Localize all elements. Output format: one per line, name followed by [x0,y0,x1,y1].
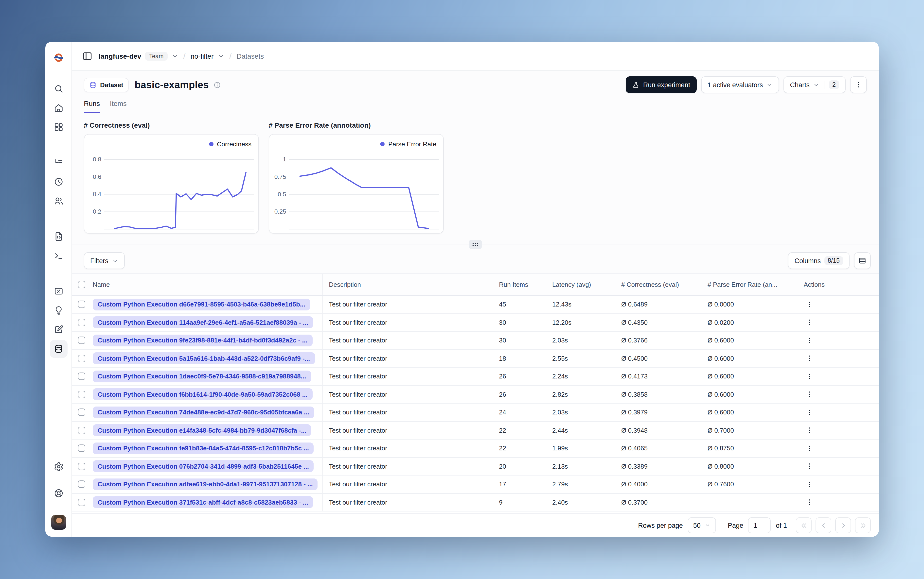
table-row: Custom Python Execution fe91b83e-04a5-47… [72,440,879,458]
next-page-button[interactable] [835,517,851,533]
tab-runs[interactable]: Runs [84,100,100,113]
table-row: Custom Python Execution 114aa9ef-29e6-4e… [72,314,879,332]
run-items-value: 20 [499,463,552,470]
run-name-link[interactable]: Custom Python Execution 076b2704-341d-48… [93,461,314,472]
sidebar-item-home[interactable] [49,99,67,117]
evaluators-button[interactable]: 1 active evaluators [701,76,779,93]
svg-text:0.4: 0.4 [93,191,101,197]
parse-error-rate-value: Ø 0.6000 [708,391,800,398]
sidebar-item-playground-terminal[interactable] [49,247,67,265]
select-all-checkbox[interactable] [78,281,85,288]
row-checkbox[interactable] [78,391,85,398]
run-name-link[interactable]: Custom Python Execution d66e7991-8595-45… [93,299,310,311]
row-actions-button[interactable] [804,443,816,454]
run-name-link[interactable]: Custom Python Execution adfae619-abb0-4d… [93,478,318,490]
chart-legend: Parse Error Rate [380,141,436,148]
column-header-run-items[interactable]: Run Items [499,281,552,288]
resize-grip-handle[interactable] [469,239,482,249]
row-actions-button[interactable] [804,425,816,436]
row-actions-button[interactable] [804,335,816,347]
column-header-parse-error-rate[interactable]: # Parse Error Rate (an... [708,281,800,288]
row-actions-button[interactable] [804,371,816,383]
run-name-link[interactable]: Custom Python Execution fe91b83e-04a5-47… [93,443,314,454]
run-name-link[interactable]: Custom Python Execution 371f531c-abff-4d… [93,496,313,508]
run-experiment-button[interactable]: Run experiment [626,76,697,93]
sidebar-toggle-icon[interactable] [82,51,93,62]
run-description: Test our filter creator [323,427,499,434]
breadcrumb-org[interactable]: langfuse-dev [98,52,141,60]
sidebar-item-settings-gear[interactable] [49,458,67,476]
charts-section: # Correctness (eval) 0.20.40.60.8 Correc… [72,113,879,234]
sidebar-item-users[interactable] [49,192,67,210]
sidebar-item-search[interactable] [49,80,67,98]
row-checkbox[interactable] [78,481,85,488]
sidebar-item-dashboard[interactable] [49,118,67,136]
column-header-latency[interactable]: Latency (avg) [552,281,621,288]
chart-legend: Correctness [209,141,251,148]
kebab-menu-icon [806,301,814,309]
row-actions-button[interactable] [804,461,816,472]
row-checkbox[interactable] [78,445,85,452]
row-actions-button[interactable] [804,353,816,365]
first-page-button[interactable] [796,517,812,533]
sidebar-item-annotation-pen[interactable] [49,321,67,339]
row-checkbox[interactable] [78,355,85,362]
row-checkbox[interactable] [78,409,85,416]
sidebar-item-tracing[interactable] [49,154,67,172]
tab-items[interactable]: Items [110,100,126,113]
row-actions-button[interactable] [804,407,816,419]
sidebar-item-support-lifebuoy[interactable] [49,484,67,502]
breadcrumb-project[interactable]: no-filter [190,52,213,60]
row-checkbox[interactable] [78,499,85,506]
columns-button[interactable]: Columns 8/15 [788,252,850,269]
sidebar-item-sessions-clock[interactable] [49,173,67,191]
row-actions-button[interactable] [804,478,816,490]
run-description: Test our filter creator [323,301,499,308]
table-row: Custom Python Execution 9fe23f98-881e-44… [72,332,879,350]
row-checkbox[interactable] [78,427,85,434]
filters-button[interactable]: Filters [84,252,125,269]
column-header-name[interactable]: Name [92,274,323,295]
run-name-link[interactable]: Custom Python Execution 114aa9ef-29e6-4e… [93,317,313,329]
sidebar-item-datasets-database[interactable] [49,340,67,358]
row-checkbox[interactable] [78,319,85,326]
row-checkbox[interactable] [78,337,85,344]
breadcrumb-section[interactable]: Datasets [237,52,264,60]
sidebar-item-lightbulb[interactable] [49,302,67,319]
row-actions-button[interactable] [804,496,816,508]
run-description: Test our filter creator [323,499,499,506]
column-header-description[interactable]: Description [323,281,499,288]
row-checkbox[interactable] [78,301,85,308]
chevron-down-icon[interactable] [218,53,224,60]
user-avatar[interactable] [51,515,66,530]
correctness-value: Ø 0.4173 [621,373,708,380]
sidebar-nav [45,79,72,358]
previous-page-button[interactable] [816,517,831,533]
run-name-link[interactable]: Custom Python Execution 74de488e-ec9d-47… [93,407,314,419]
run-name-link[interactable]: Custom Python Execution 1daec0f9-5e78-43… [93,371,311,383]
column-header-correctness[interactable]: # Correctness (eval) [621,281,708,288]
row-actions-button[interactable] [804,317,816,329]
sidebar-item-prompts-file-code[interactable] [49,228,67,245]
last-page-button[interactable] [855,517,871,533]
chevron-down-icon[interactable] [171,53,178,60]
rows-per-page-select[interactable]: 50 [688,517,716,533]
row-actions-button[interactable] [804,389,816,401]
page-number-input[interactable] [748,517,771,533]
sidebar-item-evaluators[interactable] [49,282,67,300]
page-label: Page [728,522,743,529]
row-height-button[interactable] [854,252,871,269]
latency-value: 2.13s [552,463,621,470]
run-name-link[interactable]: Custom Python Execution e14fa348-5cfc-49… [93,425,311,436]
run-name-link[interactable]: Custom Python Execution f6bb1614-1f90-40… [93,389,312,401]
row-actions-button[interactable] [804,299,816,311]
chart-title: # Correctness (eval) [84,121,259,129]
run-name-link[interactable]: Custom Python Execution 5a15a616-1bab-44… [93,353,315,365]
charts-button[interactable]: Charts 2 [784,76,845,93]
row-checkbox[interactable] [78,463,85,470]
info-icon[interactable] [214,81,221,88]
row-checkbox[interactable] [78,373,85,380]
run-name-link[interactable]: Custom Python Execution 9fe23f98-881e-44… [93,335,312,347]
latency-value: 2.55s [552,355,621,362]
more-actions-button[interactable] [850,76,867,93]
